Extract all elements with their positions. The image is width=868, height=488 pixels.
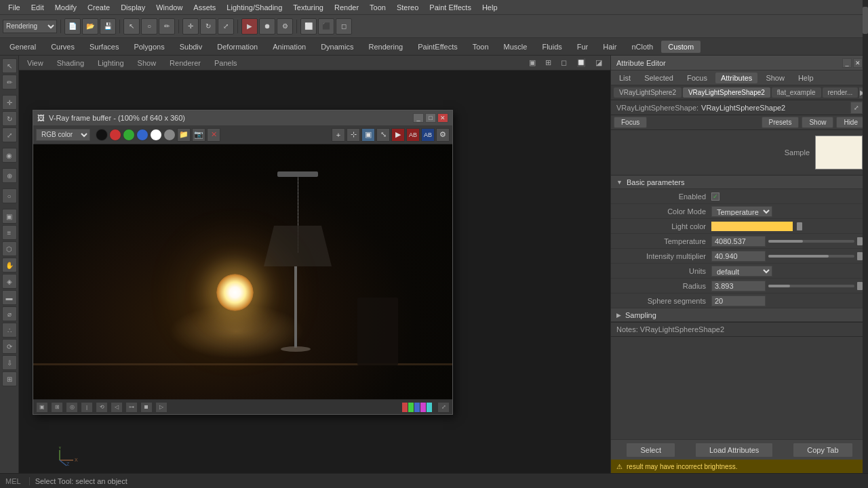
menu-paint-effects[interactable]: Paint Effects	[424, 2, 477, 13]
vp-tab-view[interactable]: View	[23, 58, 47, 68]
toolbar-paint[interactable]: ✏	[159, 18, 175, 35]
module-tab-dynamics[interactable]: Dynamics	[314, 41, 360, 53]
intensity-slider[interactable]	[768, 255, 854, 258]
menu-assets[interactable]: Assets	[188, 2, 221, 13]
presets-button[interactable]: Presets	[762, 117, 800, 128]
vray-btn-blue[interactable]	[136, 129, 149, 141]
vray-btn-red[interactable]	[109, 129, 121, 141]
radius-slider[interactable]	[768, 285, 854, 287]
temperature-slider-handle[interactable]	[857, 237, 863, 245]
scale-tool-btn[interactable]: ⤢	[2, 127, 17, 142]
sampling-header[interactable]: ▶ Sampling	[611, 308, 868, 322]
select-tool-btn[interactable]: ↖	[2, 58, 17, 73]
rotate-tool-btn[interactable]: ↻	[2, 111, 17, 126]
toolbar-render[interactable]: ▶	[241, 18, 258, 35]
mode-selector[interactable]: Rendering	[3, 20, 57, 33]
foamy-btn[interactable]: ⌀	[2, 306, 17, 321]
intensity-input[interactable]	[711, 251, 766, 262]
attr-editor-close[interactable]: ✕	[853, 58, 863, 68]
attr-tab-list[interactable]: List	[614, 73, 636, 83]
module-tab-animation[interactable]: Animation	[266, 41, 313, 53]
sculpt-btn[interactable]: ▣	[2, 209, 17, 224]
minimize-button[interactable]: _	[413, 113, 424, 123]
module-tab-deformation[interactable]: Deformation	[210, 41, 264, 53]
enabled-checkbox[interactable]: ✓	[711, 192, 719, 201]
lasso-tool-btn[interactable]: ○	[2, 188, 17, 203]
copy-tab-button[interactable]: Copy Tab	[793, 443, 852, 458]
toolbar-move[interactable]: ✛	[182, 18, 199, 35]
import-btn[interactable]: ⇩	[2, 355, 17, 370]
toolbar-scale[interactable]: ⤢	[218, 18, 234, 35]
toolbar-settings[interactable]: ⚙	[277, 18, 293, 35]
menu-create[interactable]: Create	[82, 2, 115, 13]
menu-texturing[interactable]: Texturing	[288, 2, 329, 13]
relax-btn[interactable]: ⬡	[2, 241, 17, 256]
module-tab-rendering[interactable]: Rendering	[361, 41, 410, 53]
radius-slider-handle[interactable]	[857, 282, 863, 290]
module-tab-muscle[interactable]: Muscle	[497, 41, 534, 53]
node-tab-1[interactable]: VRayLightSphereShape2	[683, 87, 770, 98]
vray-btn-close-x[interactable]: ✕	[207, 128, 220, 142]
flatten-btn[interactable]: ▬	[2, 290, 17, 305]
vray-btn-ab-blue[interactable]: AB	[421, 128, 435, 142]
select-button[interactable]: Select	[626, 443, 675, 458]
vp-tab-lighting[interactable]: Lighting	[94, 58, 128, 68]
vray-btn-folder[interactable]: 📁	[177, 128, 191, 142]
repeat-btn[interactable]: ⟳	[2, 339, 17, 354]
vray-btn-arrows[interactable]: ⤡	[376, 128, 390, 142]
basic-params-header[interactable]: ▼ Basic parameters	[611, 176, 868, 189]
toolbar-open[interactable]: 📂	[82, 18, 98, 35]
vray-status-btn-8[interactable]: ⏹	[140, 402, 153, 413]
vp-icon-5[interactable]: ◪	[591, 57, 606, 68]
menu-window[interactable]: Window	[151, 2, 188, 13]
vray-status-expand[interactable]: ⤢	[437, 402, 450, 413]
module-tab-polygons[interactable]: Polygons	[127, 41, 171, 53]
units-select[interactable]: default	[711, 266, 772, 277]
soft-select-btn[interactable]: ◉	[2, 148, 17, 163]
load-attributes-button[interactable]: Load Attributes	[695, 443, 773, 458]
vray-btn-white[interactable]	[150, 129, 162, 141]
vp-tab-show[interactable]: Show	[134, 58, 161, 68]
attr-tab-help[interactable]: Help	[793, 73, 819, 83]
sphere-segs-input[interactable]	[711, 296, 766, 306]
menu-edit[interactable]: Edit	[26, 2, 50, 13]
spray-btn[interactable]: ∴	[2, 323, 17, 338]
vray-btn-select[interactable]: ▣	[361, 128, 375, 142]
vray-status-btn-4[interactable]: |	[81, 402, 93, 413]
hide-button[interactable]: Hide	[836, 117, 865, 128]
grab-btn[interactable]: ✋	[2, 258, 17, 272]
shape-expand-icon[interactable]: ⤢	[850, 102, 863, 114]
show-manip-btn[interactable]: ⊕	[2, 168, 17, 183]
enabled-check[interactable]: ✓	[711, 192, 719, 201]
vp-icon-3[interactable]: ◻	[557, 57, 571, 68]
module-tab-toon[interactable]: Toon	[466, 41, 496, 53]
vray-status-btn-1[interactable]: ▣	[36, 402, 48, 413]
vray-btn-camera[interactable]: 📷	[192, 128, 205, 142]
pinch-btn[interactable]: ◈	[2, 274, 17, 289]
vray-btn-green[interactable]	[123, 129, 135, 141]
vp-tab-shading[interactable]: Shading	[53, 58, 88, 68]
vray-btn-gray[interactable]	[163, 129, 176, 141]
node-tab-2[interactable]: flat_example	[772, 87, 821, 98]
toolbar-new[interactable]: 📄	[64, 18, 81, 35]
paint-select-btn[interactable]: ✏	[2, 75, 17, 89]
temperature-slider[interactable]	[768, 240, 854, 243]
menu-toon[interactable]: Toon	[364, 2, 391, 13]
light-color-swatch[interactable]	[711, 222, 793, 231]
vray-canvas[interactable]	[33, 144, 452, 399]
menu-help[interactable]: Help	[477, 2, 503, 13]
module-tab-fluids[interactable]: Fluids	[535, 41, 568, 53]
vray-titlebar[interactable]: 🖼 V-Ray frame buffer - (100% of 640 x 36…	[33, 110, 452, 125]
wire-btn[interactable]: ⊞	[2, 371, 17, 386]
vray-btn-plus[interactable]: +	[332, 128, 345, 142]
light-color-slider-handle[interactable]	[797, 222, 802, 230]
node-tab-3[interactable]: render...	[823, 87, 859, 98]
module-tab-curves[interactable]: Curves	[44, 41, 81, 53]
toolbar-cube[interactable]: ⬜	[300, 18, 317, 35]
menu-lighting[interactable]: Lighting/Shading	[221, 2, 288, 13]
attr-editor-scrollbar[interactable]	[863, 56, 868, 473]
menu-modify[interactable]: Modify	[50, 2, 82, 13]
sample-swatch[interactable]	[815, 136, 863, 169]
vray-status-btn-2[interactable]: ⊞	[51, 402, 63, 413]
vray-btn-render[interactable]: ▶	[391, 128, 405, 142]
